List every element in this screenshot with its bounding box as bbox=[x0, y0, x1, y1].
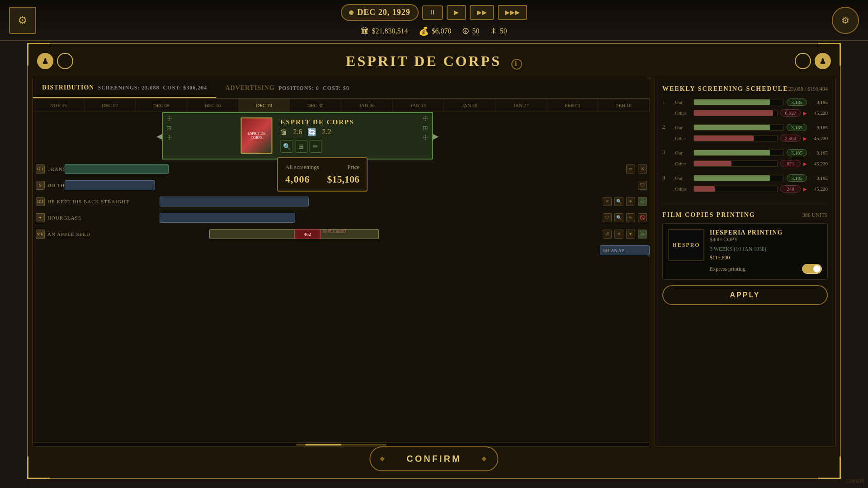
week-3-other-badge[interactable]: 821 bbox=[780, 160, 801, 167]
heart-apple[interactable]: ♥ bbox=[626, 230, 635, 239]
week-4-our-bar bbox=[693, 175, 784, 181]
week-3-our-value: 3,185 bbox=[810, 150, 828, 155]
bar-hekept[interactable] bbox=[160, 197, 309, 206]
bar-hourglass[interactable] bbox=[160, 213, 295, 223]
stat1-resource: ☮ 50 bbox=[462, 26, 479, 36]
settings-button[interactable]: ⚙ bbox=[9, 7, 36, 34]
close-apple[interactable]: ✕ bbox=[614, 230, 623, 239]
tab-advertising[interactable]: ADVERTISING POSITIONS: 0 COST: $0 bbox=[216, 78, 358, 98]
express-toggle[interactable] bbox=[802, 264, 822, 274]
week-4-our-badge[interactable]: 3,185 bbox=[787, 174, 807, 182]
apple-seed-label: APPLE SEED bbox=[322, 229, 346, 234]
row-continuation: GH AN AP... bbox=[33, 242, 650, 258]
edit-transparent[interactable]: ✏ bbox=[626, 164, 635, 174]
row-he-kept: GH HE KEPT HIS BACK STRAIGHT ✕ 🔍 ♥ +4 bbox=[33, 193, 650, 210]
film-stat2-value: 2.2 bbox=[322, 128, 331, 136]
tab-advertising-label: ADVERTISING bbox=[225, 84, 274, 92]
film-scroll-left[interactable]: ◀ bbox=[156, 131, 162, 140]
scrollbar-thumb[interactable] bbox=[305, 444, 341, 446]
screening-section: WEEKLY SCREENING SCHEDULE 23,088 / $190,… bbox=[662, 85, 828, 204]
main-modal: ♟ ◆ ◆ ♟ ESPRIT DE CORPS ℹ DISTRIBUTION S… bbox=[27, 43, 841, 479]
pause-button[interactable]: ⏸ bbox=[422, 5, 443, 20]
col-jan13: JAN 13 bbox=[393, 99, 444, 112]
col-feb10: FEB 10 bbox=[598, 99, 650, 112]
hespro-text: HESPRO bbox=[672, 242, 700, 249]
week-2-other-badge[interactable]: 2,660 bbox=[780, 135, 801, 142]
week-1-other-badge[interactable]: 6,627 bbox=[780, 109, 801, 117]
weeks-date: (10 JAN 1930) bbox=[734, 246, 766, 252]
zoom-hekept[interactable]: 🔍 bbox=[614, 197, 623, 206]
week-1-our-badge[interactable]: 3,185 bbox=[787, 99, 807, 106]
bar-domath[interactable] bbox=[65, 180, 155, 190]
plus4-apple[interactable]: +4 bbox=[638, 230, 647, 239]
week-2-other: Other 2,660 ▶ 45,220 bbox=[675, 133, 828, 143]
close-transparent[interactable]: ✕ bbox=[638, 164, 647, 174]
week-2-our-badge[interactable]: 3,185 bbox=[787, 124, 807, 131]
right-panel: WEEKLY SCREENING SCHEDULE 23,088 / $190,… bbox=[655, 78, 835, 446]
printing-info: HESPERIA PRINTING $300/ COPY 3 WEEKS (10… bbox=[710, 229, 822, 274]
film-popup-stats: 🗑 2.6 🔄 2.2 bbox=[280, 128, 354, 136]
apply-button[interactable]: APPLY bbox=[662, 285, 828, 305]
zoom-action[interactable]: 🔍 bbox=[280, 140, 293, 153]
col-feb03: FEB 03 bbox=[547, 99, 599, 112]
plus4-hekept[interactable]: +4 bbox=[638, 197, 647, 206]
cash-icon: 💰 bbox=[419, 26, 429, 36]
corner-bl bbox=[27, 456, 50, 479]
week-3: 3 Our 3,185 3,185 Other bbox=[662, 148, 828, 169]
week-4-our-value: 3,185 bbox=[810, 175, 828, 181]
grid-action[interactable]: ⊞ bbox=[295, 140, 307, 153]
week-2-num: 2 bbox=[662, 122, 671, 131]
scrollbar[interactable] bbox=[33, 442, 650, 446]
week-1-other-fill bbox=[694, 110, 773, 116]
week-3-other: Other 821 ▶ 45,220 bbox=[675, 159, 828, 169]
col-dec30: DEC 30 bbox=[290, 99, 341, 112]
film-popup-title: ESPRIT DE CORPS bbox=[280, 118, 354, 126]
shield-hourglass[interactable]: 🛡 bbox=[603, 213, 612, 222]
express-label: Express printing bbox=[710, 266, 745, 272]
edit-hourglass[interactable]: ✏ bbox=[626, 213, 635, 222]
play-button[interactable]: ▶ bbox=[447, 5, 466, 20]
block-hourglass[interactable]: 🚫 bbox=[638, 213, 647, 222]
corner-br bbox=[818, 456, 841, 479]
confirm-button[interactable]: CONFIRM bbox=[369, 446, 498, 471]
bar-transparent[interactable] bbox=[65, 164, 169, 174]
film-scroll-right[interactable]: ▶ bbox=[433, 131, 439, 140]
icon-mk: MK bbox=[36, 230, 45, 239]
hespro-logo: HESPRO bbox=[668, 229, 704, 261]
copies-title: FILM COPIES PRINTING bbox=[662, 211, 755, 219]
week-4-other: Other 240 ▶ 45,220 bbox=[675, 184, 828, 194]
week-1: 1 Our 3,185 3,185 Other bbox=[662, 97, 828, 119]
active-film-region[interactable]: ◀ ▶ ☩ ⊞ ☩ ☩ ⊞ ☩ bbox=[162, 112, 433, 160]
icon-s: S bbox=[36, 181, 45, 190]
col-jan20: JAN 20 bbox=[444, 99, 495, 112]
arrow-apple[interactable]: ↺ bbox=[603, 230, 612, 239]
cash-resource: 💰 $6,070 bbox=[419, 26, 451, 36]
tab-distribution-screenings: SCREENINGS: 23,088 bbox=[98, 84, 159, 91]
fastest-button[interactable]: ▶▶▶ bbox=[498, 5, 527, 20]
row-hourglass: ✦ HOURGLASS 🛡 🔍 ✏ 🚫 bbox=[33, 210, 650, 226]
copies-section: FILM COPIES PRINTING 386 UNITS HESPRO HE… bbox=[662, 211, 828, 439]
week-3-our-badge[interactable]: 3,185 bbox=[787, 149, 807, 156]
week-1-num: 1 bbox=[662, 97, 671, 105]
week-3-our-fill bbox=[694, 150, 770, 155]
close-hekept[interactable]: ✕ bbox=[603, 197, 612, 206]
screening-stat: 23,088 / $190,404 bbox=[788, 86, 828, 93]
week-2: 2 Our 3,185 3,185 Other bbox=[662, 122, 828, 144]
bar-continuation[interactable]: GH AN AP... bbox=[600, 245, 650, 255]
edit-action[interactable]: ✏ bbox=[309, 140, 322, 153]
fast-forward-button[interactable]: ▶▶ bbox=[470, 5, 494, 20]
week-2-other-value: 45,220 bbox=[810, 136, 828, 141]
film-poster: ESPRIT DECORPS bbox=[241, 117, 272, 154]
tab-distribution[interactable]: DISTRIBUTION SCREENINGS: 23,088 COST: $3… bbox=[33, 78, 216, 98]
shield-domath[interactable]: 🛡 bbox=[638, 181, 647, 190]
zoom-hourglass[interactable]: 🔍 bbox=[614, 213, 623, 222]
top-right-settings-button[interactable]: ⚙ bbox=[832, 7, 859, 34]
printing-price: $300/ COPY bbox=[710, 236, 822, 243]
info-button[interactable]: ℹ bbox=[511, 59, 522, 70]
heart-hekept[interactable]: ♥ bbox=[626, 197, 635, 206]
film-name-hourglass: HOURGLASS bbox=[47, 215, 600, 221]
printing-name: HESPERIA PRINTING bbox=[710, 229, 822, 236]
film-stat1-icon: 🗑 bbox=[280, 128, 288, 136]
week-4-other-badge[interactable]: 240 bbox=[780, 185, 801, 192]
stat2-resource: ✳ 50 bbox=[490, 26, 507, 36]
